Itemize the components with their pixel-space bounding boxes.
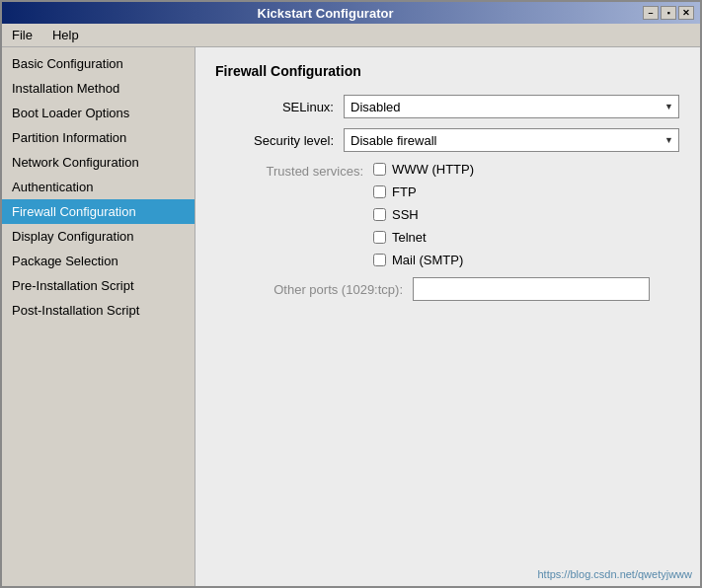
minimize-button[interactable]: – xyxy=(643,6,659,20)
checkbox-ftp[interactable] xyxy=(373,185,386,198)
sidebar-item-network-configuration[interactable]: Network Configuration xyxy=(2,150,195,175)
checkbox-row-telnet: Telnet xyxy=(373,230,474,245)
checkbox-label-ftp: FTP xyxy=(392,184,417,199)
checkbox-telnet[interactable] xyxy=(373,231,386,244)
trusted-checkbox-list: WWW (HTTP) FTP SSH Telnet xyxy=(373,162,474,267)
section-title: Firewall Configuration xyxy=(215,63,680,79)
content-area: Basic Configuration Installation Method … xyxy=(2,47,700,586)
trusted-label: Trusted services: xyxy=(215,162,373,267)
checkbox-row-ftp: FTP xyxy=(373,184,474,199)
window-title: Kickstart Configurator xyxy=(8,6,643,21)
menu-help[interactable]: Help xyxy=(46,26,85,44)
app-window: Kickstart Configurator – ▪ ✕ File Help B… xyxy=(0,0,702,588)
sidebar-item-boot-loader-options[interactable]: Boot Loader Options xyxy=(2,101,195,125)
selinux-row: SELinux: Disabled Enforcing Permissive xyxy=(215,95,680,118)
menu-bar: File Help xyxy=(2,24,700,47)
sidebar-item-display-configuration[interactable]: Display Configuration xyxy=(2,224,195,249)
ports-row: Other ports (1029:tcp): xyxy=(215,277,680,301)
sidebar-item-package-selection[interactable]: Package Selection xyxy=(2,249,195,273)
selinux-label: SELinux: xyxy=(215,100,344,114)
checkbox-label-ssh: SSH xyxy=(392,207,419,222)
sidebar-item-post-installation-script[interactable]: Post-Installation Script xyxy=(2,298,195,323)
checkbox-label-www: WWW (HTTP) xyxy=(392,162,474,177)
checkbox-row-smtp: Mail (SMTP) xyxy=(373,253,474,267)
sidebar: Basic Configuration Installation Method … xyxy=(2,47,195,586)
title-bar: Kickstart Configurator – ▪ ✕ xyxy=(2,2,700,24)
checkbox-www[interactable] xyxy=(373,163,386,176)
ports-label: Other ports (1029:tcp): xyxy=(215,282,413,297)
sidebar-item-firewall-configuration[interactable]: Firewall Configuration xyxy=(2,199,195,224)
sidebar-item-installation-method[interactable]: Installation Method xyxy=(2,76,195,101)
checkbox-row-ssh: SSH xyxy=(373,207,474,222)
maximize-button[interactable]: ▪ xyxy=(661,6,676,20)
security-level-row: Security level: Disable firewall Enable … xyxy=(215,128,680,152)
sidebar-item-authentication[interactable]: Authentication xyxy=(2,175,195,199)
security-select[interactable]: Disable firewall Enable firewall No fire… xyxy=(344,128,679,152)
checkbox-label-telnet: Telnet xyxy=(392,230,427,245)
menu-file[interactable]: File xyxy=(6,26,39,44)
close-button[interactable]: ✕ xyxy=(678,6,694,20)
sidebar-item-partition-information[interactable]: Partition Information xyxy=(2,125,195,150)
sidebar-item-pre-installation-script[interactable]: Pre-Installation Script xyxy=(2,273,195,298)
selinux-select-wrapper: Disabled Enforcing Permissive xyxy=(344,95,679,118)
checkbox-smtp[interactable] xyxy=(373,254,386,266)
security-select-wrapper: Disable firewall Enable firewall No fire… xyxy=(344,128,679,152)
security-label: Security level: xyxy=(215,133,344,148)
checkbox-ssh[interactable] xyxy=(373,208,386,221)
main-panel: Firewall Configuration SELinux: Disabled… xyxy=(195,47,700,586)
checkbox-label-smtp: Mail (SMTP) xyxy=(392,253,463,267)
checkbox-row-www: WWW (HTTP) xyxy=(373,162,474,177)
watermark: https://blog.csdn.net/qwetyjwww xyxy=(537,568,692,580)
window-controls: – ▪ ✕ xyxy=(643,6,694,20)
selinux-select[interactable]: Disabled Enforcing Permissive xyxy=(344,95,679,118)
sidebar-item-basic-configuration[interactable]: Basic Configuration xyxy=(2,51,195,76)
ports-input[interactable] xyxy=(413,277,650,301)
trusted-services-section: Trusted services: WWW (HTTP) FTP SSH xyxy=(215,162,680,267)
